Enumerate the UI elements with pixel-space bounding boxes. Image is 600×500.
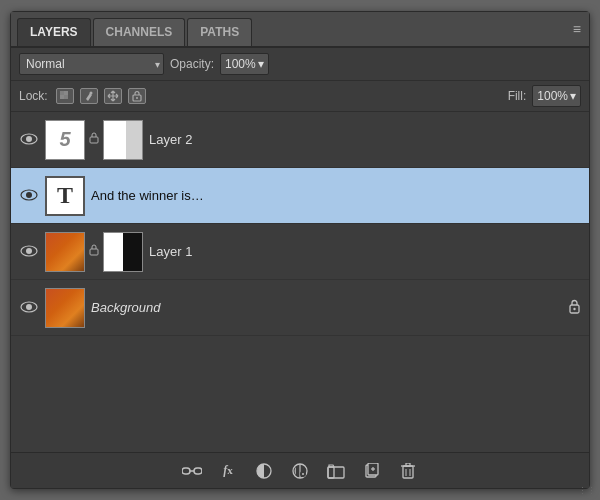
opacity-label: Opacity:	[170, 57, 214, 71]
svg-point-17	[26, 304, 32, 310]
bottom-toolbar: fx	[11, 452, 589, 488]
tab-paths[interactable]: PATHS	[187, 18, 252, 46]
lock-icon-background	[568, 298, 581, 317]
thumb-main-text: T	[45, 176, 85, 216]
new-fill-layer-btn[interactable]	[252, 459, 276, 483]
svg-rect-21	[194, 468, 202, 474]
thumb-mask-layer2	[103, 120, 143, 160]
svg-rect-20	[182, 468, 190, 474]
lock-fill-row: Lock:	[11, 81, 589, 112]
link-icon-layer1	[87, 243, 101, 260]
lock-all-btn[interactable]	[128, 88, 146, 104]
layer-name-text: And the winner is…	[91, 188, 581, 203]
blend-mode-select[interactable]: Normal Dissolve Multiply Screen Overlay	[19, 53, 164, 75]
thumb-main-background	[45, 288, 85, 328]
svg-point-14	[26, 248, 32, 254]
thumb-mask-layer1	[103, 232, 143, 272]
tabs-bar: LAYERS CHANNELS PATHS ≡	[11, 12, 589, 48]
fill-section: Fill: 100% ▾	[508, 85, 581, 107]
thumb-main-layer2: 5	[45, 120, 85, 160]
fx-btn[interactable]: fx	[216, 459, 240, 483]
delete-layer-btn[interactable]	[396, 459, 420, 483]
layers-panel: LAYERS CHANNELS PATHS ≡ Normal Dissolve …	[10, 11, 590, 489]
panel-menu-icon[interactable]: ≡	[573, 21, 581, 37]
opacity-value: 100%	[225, 57, 256, 71]
svg-point-8	[26, 136, 32, 142]
svg-point-6	[136, 97, 138, 99]
adjustment-layer-btn[interactable]	[288, 459, 312, 483]
lock-paint-btn[interactable]	[80, 88, 98, 104]
fill-value: 100%	[537, 89, 568, 103]
svg-rect-15	[90, 249, 98, 255]
opacity-arrow: ▾	[258, 57, 264, 71]
eye-icon-layer1[interactable]	[19, 244, 39, 260]
layer-item-layer2[interactable]: 5 Layer 2	[11, 112, 589, 168]
svg-rect-3	[64, 95, 68, 99]
svg-rect-31	[328, 467, 344, 478]
lock-transparency-btn[interactable]	[56, 88, 74, 104]
fill-arrow: ▾	[570, 89, 576, 103]
layers-scroll[interactable]: 5 Layer 2	[11, 112, 589, 452]
new-layer-btn[interactable]	[360, 459, 384, 483]
tab-layers[interactable]: LAYERS	[17, 18, 91, 46]
layer-name-background: Background	[91, 300, 562, 315]
opacity-input-group[interactable]: 100% ▾	[220, 53, 269, 75]
layer-list-container: 5 Layer 2	[11, 112, 589, 452]
fill-input-group[interactable]: 100% ▾	[532, 85, 581, 107]
svg-rect-37	[403, 466, 413, 478]
svg-rect-1	[64, 91, 68, 95]
layer-name-layer1: Layer 1	[149, 244, 581, 259]
thumb-wrapper-background	[45, 288, 85, 328]
link-icon-layer2	[87, 131, 101, 148]
eye-icon-background[interactable]	[19, 300, 39, 316]
svg-rect-32	[328, 467, 334, 478]
svg-point-4	[89, 92, 92, 95]
svg-point-12	[26, 192, 32, 198]
lock-move-btn[interactable]	[104, 88, 122, 104]
tab-channels[interactable]: CHANNELS	[93, 18, 186, 46]
thumb-wrapper-layer2: 5	[45, 120, 143, 160]
layer-item-layer1[interactable]: Layer 1	[11, 224, 589, 280]
layer-name-layer2: Layer 2	[149, 132, 581, 147]
blend-mode-wrapper: Normal Dissolve Multiply Screen Overlay …	[19, 53, 164, 75]
new-group-btn[interactable]	[324, 459, 348, 483]
svg-point-19	[573, 308, 575, 310]
svg-rect-2	[60, 95, 64, 99]
resize-grip: ⋮⋮	[578, 486, 596, 496]
fill-label: Fill:	[508, 89, 527, 103]
svg-rect-0	[60, 91, 64, 95]
layer-item-background[interactable]: Background	[11, 280, 589, 336]
svg-rect-9	[90, 137, 98, 143]
eye-icon-layer2[interactable]	[19, 132, 39, 148]
link-layers-btn[interactable]	[180, 459, 204, 483]
eye-icon-text[interactable]	[19, 188, 39, 204]
thumb-wrapper-layer1	[45, 232, 143, 272]
lock-label: Lock:	[19, 89, 48, 103]
thumb-wrapper-text: T	[45, 176, 85, 216]
fx-label: fx	[223, 463, 233, 478]
thumb-main-layer1	[45, 232, 85, 272]
blend-opacity-row: Normal Dissolve Multiply Screen Overlay …	[11, 48, 589, 81]
layer-item-text[interactable]: T And the winner is…	[11, 168, 589, 224]
